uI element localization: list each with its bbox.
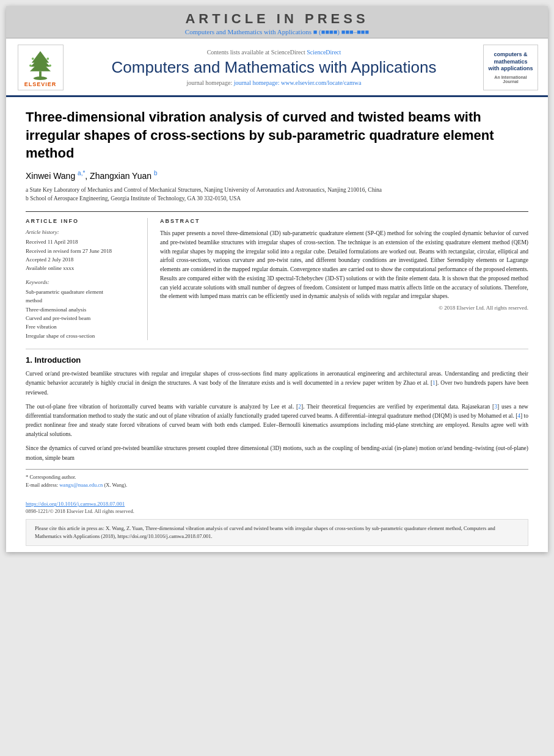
elsevier-logo-area: ELSEVIER: [16, 45, 65, 90]
intro-para-3: Since the dynamics of curved or/and pre-…: [26, 444, 528, 462]
keyword-1: Sub-parametric quadrature elementmethod: [26, 288, 140, 305]
svg-point-6: [46, 57, 49, 60]
journal-center: Contents lists available at ScienceDirec…: [71, 49, 477, 86]
authors-line: Xinwei Wang a,*, Zhangxian Yuan b: [26, 170, 528, 181]
journal-header: ELSEVIER Contents lists available at Sci…: [6, 38, 548, 97]
keyword-3: Curved and pre-twisted beam: [26, 314, 140, 322]
journal-logo-right: computers &mathematicswith applications …: [483, 45, 538, 90]
article-info-column: ARTICLE INFO Article history: Received 1…: [26, 218, 148, 340]
doi-link[interactable]: https://doi.org/10.1016/j.camwa.2018.07.…: [26, 501, 125, 507]
article-info-abstract: ARTICLE INFO Article history: Received 1…: [26, 211, 528, 340]
journal-homepage: journal homepage: journal homepage: www.…: [71, 79, 477, 86]
copyright: © 2018 Elsevier Ltd. All rights reserved…: [160, 305, 528, 311]
elsevier-tree-icon: [25, 48, 56, 80]
received-date: Received 11 April 2018: [26, 238, 140, 246]
abstract-text: This paper presents a novel three-dimens…: [160, 229, 528, 301]
section-divider: [26, 349, 528, 349]
aip-banner: ARTICLE IN PRESS Computers and Mathemati…: [6, 6, 548, 38]
keyword-2: Three-dimensional analysis: [26, 305, 140, 314]
aip-journal: Computers and Mathematics with Applicati…: [6, 28, 548, 35]
sciencedirect-line: Contents lists available at ScienceDirec…: [71, 49, 477, 56]
accepted-date: Accepted 2 July 2018: [26, 255, 140, 264]
keyword-5: Irregular shape of cross-section: [26, 332, 140, 340]
page: ARTICLE IN PRESS Computers and Mathemati…: [6, 6, 548, 552]
corresponding-footnote: * Corresponding author.: [26, 473, 528, 481]
doi-area: https://doi.org/10.1016/j.camwa.2018.07.…: [26, 497, 528, 514]
logo-right-sub: An International Journal: [486, 75, 535, 84]
article-history-label: Article history:: [26, 229, 140, 235]
citation-text: Please cite this article in press as: X.…: [35, 525, 495, 539]
svg-point-8: [49, 64, 51, 67]
article-info-label: ARTICLE INFO: [26, 218, 140, 224]
keyword-4: Free vibration: [26, 322, 140, 331]
article-title: Three-dimensional vibration analysis of …: [26, 108, 528, 162]
svg-point-7: [29, 64, 32, 67]
affiliation-b: b School of Aerospace Engineering, Georg…: [26, 194, 528, 203]
affiliation-a: a State Key Laboratory of Mechanics and …: [26, 186, 528, 194]
intro-para-2: The out-of-plane free vibration of horiz…: [26, 402, 528, 440]
aip-title: ARTICLE IN PRESS: [6, 11, 548, 27]
main-content: Three-dimensional vibration analysis of …: [6, 97, 548, 552]
revised-date: Received in revised form 27 June 2018: [26, 247, 140, 255]
svg-point-1: [34, 76, 48, 80]
abstract-label: ABSTRACT: [160, 218, 528, 224]
abstract-column: ABSTRACT This paper presents a novel thr…: [160, 218, 528, 340]
introduction-heading: 1. Introduction: [26, 355, 528, 365]
issn-text: 0898-1221/© 2018 Elsevier Ltd. All right…: [26, 508, 528, 514]
elsevier-logo: ELSEVIER: [18, 45, 64, 90]
journal-title: Computers and Mathematics with Applicati…: [71, 58, 477, 77]
elsevier-label: ELSEVIER: [24, 81, 57, 87]
logo-right-title: computers &mathematicswith applications: [488, 51, 533, 73]
footnote-area: * Corresponding author. E-mail address: …: [26, 469, 528, 493]
intro-para-1: Curved or/and pre-twisted beamlike struc…: [26, 369, 528, 398]
available-date: Available online xxxx: [26, 264, 140, 272]
email-footnote: E-mail address: wangx@nuaa.edu.cn (X. Wa…: [26, 481, 528, 489]
citation-banner: Please cite this article in press as: X.…: [26, 519, 528, 546]
keywords-label: Keywords:: [26, 279, 140, 285]
svg-point-5: [32, 57, 34, 60]
affiliations: a State Key Laboratory of Mechanics and …: [26, 186, 528, 203]
